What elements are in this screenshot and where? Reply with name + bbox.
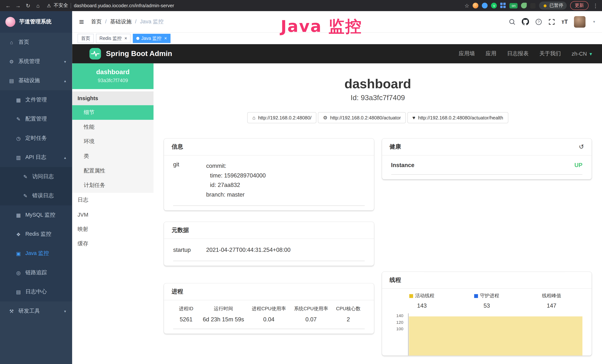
- instance-nav-metrics[interactable]: 性能: [72, 120, 153, 134]
- axis-tick-label: 120: [396, 320, 403, 324]
- main-content: dashboard Id: 93a3fc7f7409 ⌂http://192.1…: [153, 64, 602, 364]
- process-value: 0.07: [290, 314, 332, 323]
- search-icon[interactable]: [509, 18, 516, 25]
- tab-redis-monitor[interactable]: Redis 监控×: [96, 34, 130, 43]
- sba-logo-icon: [89, 48, 101, 60]
- sidebar-item-scheduled-tasks[interactable]: ◷定时任务: [0, 129, 72, 148]
- info-line: branch: master: [206, 190, 266, 199]
- security-warning[interactable]: 不安全: [54, 2, 68, 9]
- sidebar-item-config-management[interactable]: ✎配置管理: [0, 109, 72, 129]
- sidebar-item-infrastructure[interactable]: ▤基础设施▴: [0, 71, 72, 90]
- face-icon: ☻: [543, 3, 548, 8]
- extension-grid-icon[interactable]: [500, 3, 506, 8]
- help-icon[interactable]: ?: [536, 18, 542, 25]
- sidebar-item-label: 研发工具: [18, 308, 40, 314]
- sidebar-item-java-monitor[interactable]: ▣Java 监控: [0, 244, 72, 263]
- instance-nav-environment[interactable]: 环境: [72, 134, 153, 149]
- chevron-icon: ▾: [64, 59, 66, 64]
- instance-link-button[interactable]: ⚙http://192.168.0.2:48080/actuator: [318, 112, 406, 123]
- font-size-icon[interactable]: тT: [561, 18, 568, 25]
- url-text[interactable]: dashboard.yudao.iocoder.cn/infra/admin-s…: [74, 3, 174, 8]
- github-icon[interactable]: [522, 18, 529, 25]
- extensions-puzzle-icon[interactable]: [530, 3, 536, 8]
- sidebar-item-label: 系统管理: [18, 58, 40, 65]
- process-value: 5261: [173, 314, 199, 323]
- process-column-header: 进程ID: [173, 304, 199, 314]
- extension-icon[interactable]: [482, 3, 488, 8]
- avatar-caret-icon[interactable]: ▾: [593, 20, 595, 24]
- sba-navbar: Spring Boot Admin 应用墙应用日志报表关于我们 zh-CN ▾: [72, 44, 602, 64]
- sidebar-item-label: 访问日志: [32, 173, 54, 180]
- sidebar-item-access-logs[interactable]: ✎访问日志: [0, 167, 72, 186]
- back-icon[interactable]: ←: [4, 2, 12, 9]
- app-logo: [5, 17, 15, 27]
- sidebar-item-system-management[interactable]: ⚙系统管理▾: [0, 52, 72, 71]
- process-card: 进程 进程ID运行时间进程CPU使用率系统CPU使用率CPU核心数 52616d…: [164, 283, 374, 334]
- top-header: ≡ 首页 基础设施 Java 监控 ?: [72, 11, 602, 33]
- instance-nav-scheduled-tasks[interactable]: 计划任务: [72, 178, 153, 193]
- reload-icon[interactable]: ↻: [24, 2, 32, 9]
- history-icon[interactable]: ↺: [579, 144, 584, 150]
- instance-link-button[interactable]: ♥http://192.168.0.2:48080/actuator/healt…: [407, 112, 508, 123]
- app-logo-row[interactable]: 芋道管理系统: [0, 11, 72, 33]
- browser-menu-icon[interactable]: ⋮: [593, 2, 598, 9]
- tab-home[interactable]: 首页: [77, 34, 94, 43]
- tab-java-monitor[interactable]: Java 监控×: [133, 34, 170, 43]
- locale-selector[interactable]: zh-CN ▾: [572, 51, 592, 57]
- forward-icon[interactable]: →: [14, 2, 22, 9]
- sidebar-item-error-logs[interactable]: ✎错误日志: [0, 186, 72, 205]
- sidebar-item-dev-tools[interactable]: ⚒研发工具▾: [0, 301, 72, 321]
- breadcrumb: 首页 基础设施 Java 监控: [91, 18, 163, 25]
- instance-nav-details[interactable]: 细节: [72, 105, 153, 120]
- instance-nav-classes[interactable]: 类: [72, 149, 153, 163]
- fullscreen-icon[interactable]: [548, 18, 555, 25]
- menu-toggle-icon[interactable]: ≡: [79, 17, 84, 26]
- bookmark-star-icon[interactable]: ☆: [464, 2, 469, 9]
- sidebar-item-file-management[interactable]: ▦文件管理: [0, 90, 72, 110]
- breadcrumb-item[interactable]: 基础设施: [110, 18, 140, 25]
- sba-brand[interactable]: Spring Boot Admin: [89, 48, 172, 60]
- extension-icon[interactable]: [521, 3, 527, 8]
- extension-icon[interactable]: [473, 3, 479, 8]
- svg-text:?: ?: [538, 20, 540, 24]
- sba-nav-about[interactable]: 关于我们: [539, 50, 561, 57]
- process-column-header: 运行时间: [199, 304, 248, 314]
- app-main-area: Java 监控 ≡ 首页 基础设施 Java 监控 ?: [72, 11, 602, 364]
- browser-home-icon[interactable]: ⌂: [34, 2, 42, 9]
- sidebar-item-home[interactable]: ⌂首页: [0, 33, 72, 52]
- paused-badge[interactable]: ☻ 已暂停: [539, 1, 567, 10]
- infrastructure-icon: ▤: [9, 78, 15, 84]
- sidebar-item-trace[interactable]: ◎链路追踪: [0, 263, 72, 282]
- extension-icon[interactable]: v: [491, 3, 497, 8]
- app-title: 芋道管理系统: [19, 18, 52, 25]
- instance-nav-caches[interactable]: 缓存: [72, 237, 153, 251]
- extension-on-badge[interactable]: on: [510, 3, 518, 8]
- config-management-icon: ✎: [15, 116, 22, 122]
- close-icon[interactable]: ×: [124, 36, 127, 41]
- update-button[interactable]: 更新: [570, 1, 589, 10]
- instance-header[interactable]: dashboard 93a3fc7f7409: [72, 64, 153, 89]
- threads-legend-item: 守护进程53: [454, 293, 519, 309]
- sba-nav-journal[interactable]: 日志报表: [507, 50, 528, 57]
- instance-nav-jvm[interactable]: JVM: [72, 207, 153, 222]
- close-icon[interactable]: ×: [164, 36, 167, 41]
- chevron-icon: ▾: [64, 309, 66, 313]
- instance-nav-logs[interactable]: 日志: [72, 193, 153, 207]
- sidebar-item-label: 日志中心: [25, 288, 47, 295]
- instance-nav-config-properties[interactable]: 配置属性: [72, 163, 153, 178]
- instance-nav-mappings[interactable]: 映射: [72, 222, 153, 237]
- breadcrumb-item[interactable]: 首页: [91, 18, 110, 25]
- sidebar-item-mysql-monitor[interactable]: ▦MySQL 监控: [0, 205, 72, 225]
- user-avatar[interactable]: [574, 16, 585, 27]
- sba-nav-wallboard[interactable]: 应用墙: [459, 50, 475, 57]
- process-table: 进程ID运行时间进程CPU使用率系统CPU使用率CPU核心数 52616d 23…: [173, 300, 365, 329]
- threads-legend: 活动线程143守护进程53线程峰值147: [389, 293, 584, 309]
- instance-link-button[interactable]: ⌂http://192.168.0.2:48080/: [247, 112, 316, 123]
- sidebar-item-api-logs[interactable]: ▥API 日志▴: [0, 148, 72, 167]
- sidebar-item-redis-monitor[interactable]: ❖Redis 监控: [0, 225, 72, 244]
- locale-label: zh-CN: [572, 51, 587, 57]
- address-bar[interactable]: ⚠ 不安全 dashboard.yudao.iocoder.cn/infra/a…: [47, 2, 463, 9]
- threads-legend-item: 活动线程143: [389, 293, 454, 309]
- sidebar-item-log-center[interactable]: ▤日志中心: [0, 282, 72, 301]
- sba-nav-applications[interactable]: 应用: [485, 50, 496, 57]
